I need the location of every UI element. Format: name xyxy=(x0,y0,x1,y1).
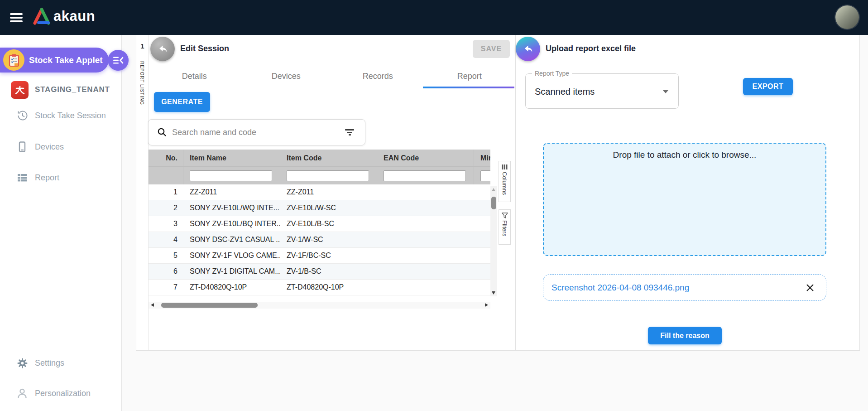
sidebar-item-stock-take-session[interactable]: Stock Take Session xyxy=(0,106,122,125)
cell-no: 4 xyxy=(149,236,183,244)
sidebar-item-devices[interactable]: Devices xyxy=(0,138,122,156)
table-row[interactable]: 1 ZZ-Z011 ZZ-Z011 xyxy=(149,184,490,200)
vertical-scrollbar[interactable] xyxy=(490,186,497,296)
sidebar-item-tenant[interactable]: STAGING_TENANT xyxy=(0,80,122,99)
back-arrow-icon xyxy=(522,44,534,54)
side-tab-label: Columns xyxy=(501,172,508,195)
upload-back-button[interactable] xyxy=(516,37,540,61)
sidebar-item-label: Personalization xyxy=(35,389,91,398)
horizontal-scrollbar-thumb[interactable] xyxy=(161,303,258,308)
scroll-left-arrow[interactable] xyxy=(151,303,154,307)
col-header-item-code[interactable]: Item Code xyxy=(280,150,377,166)
report-type-select[interactable]: Report Type Scanned items xyxy=(525,73,679,109)
menu-icon[interactable] xyxy=(10,13,23,22)
tab-devices[interactable]: Devices xyxy=(240,65,332,87)
cell-no: 5 xyxy=(149,251,183,260)
upload-title: Upload report excel file xyxy=(546,44,636,53)
uploaded-file-name[interactable]: Screenshot 2026-04-08 093446.png xyxy=(551,283,805,293)
panel-index: 1 xyxy=(136,42,149,50)
top-navbar: akaun xyxy=(0,0,868,35)
filter-input-item-name[interactable] xyxy=(190,170,272,181)
tab-records[interactable]: Records xyxy=(332,65,424,87)
col-header-item-name[interactable]: Item Name xyxy=(183,150,280,166)
side-tab-filters[interactable]: Filters xyxy=(499,209,511,245)
table-row[interactable]: 6 SONY ZV-1 DIGITAL CAM... ZV-1/B-SC xyxy=(149,264,490,280)
sidebar-item-label: Stock Take Session xyxy=(35,111,106,121)
table-row[interactable]: 7 ZT-D40820Q-10P ZT-D40820Q-10P xyxy=(149,280,490,295)
file-dropzone[interactable]: Drop file to attach or click to browse..… xyxy=(543,143,826,256)
scroll-up-arrow[interactable] xyxy=(492,188,495,191)
sidebar-item-report[interactable]: Report xyxy=(0,169,122,187)
tenant-label: STAGING_TENANT xyxy=(35,85,110,94)
filter-input-ean-code[interactable] xyxy=(384,170,466,181)
session-tabs: Details Devices Records Report xyxy=(149,65,515,87)
index-strip: 1 REPORT LISTING xyxy=(136,35,149,350)
back-button[interactable] xyxy=(150,37,175,61)
table-row[interactable]: 5 SONY ZV-1F VLOG CAME... ZV-1F/BC-SC xyxy=(149,248,490,264)
akaun-triangle-icon xyxy=(33,8,51,25)
applet-label: Stock Take Applet xyxy=(29,55,103,65)
cell-item-name: SONY ZV-E10L/BQ INTER... xyxy=(183,220,280,228)
cell-item-name: ZT-D40820Q-10P xyxy=(183,283,280,291)
funnel-icon xyxy=(502,213,508,218)
person-icon xyxy=(16,387,28,399)
sidebar-item-settings[interactable]: Settings xyxy=(0,354,122,372)
columns-icon xyxy=(502,164,508,170)
col-header-no[interactable]: No. xyxy=(149,150,183,166)
close-icon[interactable] xyxy=(805,283,815,293)
side-tab-columns[interactable]: Columns xyxy=(499,161,511,202)
table-row[interactable]: 3 SONY ZV-E10L/BQ INTER... ZV-E10L/B-SC xyxy=(149,216,490,232)
scroll-right-arrow[interactable] xyxy=(485,303,488,307)
vertical-scrollbar-thumb[interactable] xyxy=(491,197,496,209)
save-button[interactable]: SAVE xyxy=(473,40,510,58)
sidebar: Stock Take Applet STAGING_TENANT xyxy=(0,35,122,411)
collapse-sidebar-button[interactable] xyxy=(108,50,129,71)
search-icon xyxy=(157,127,168,138)
gear-icon xyxy=(16,357,28,369)
filter-input-mi[interactable] xyxy=(480,170,490,181)
user-avatar[interactable] xyxy=(835,5,859,29)
horizontal-scrollbar[interactable] xyxy=(149,302,490,309)
cell-item-code: ZT-D40820Q-10P xyxy=(280,283,377,291)
cell-item-name: SONY ZV-1 DIGITAL CAM... xyxy=(183,267,280,276)
cell-no: 7 xyxy=(149,283,183,291)
fill-reason-button[interactable]: Fill the reason xyxy=(648,327,722,344)
cell-item-code: ZZ-Z011 xyxy=(280,188,377,196)
tab-details[interactable]: Details xyxy=(149,65,240,87)
cell-item-code: ZV-E10L/B-SC xyxy=(280,220,377,228)
brand-logo: akaun xyxy=(33,8,95,25)
generate-button[interactable]: GENERATE xyxy=(154,92,210,112)
export-button[interactable]: EXPORT xyxy=(743,78,793,95)
chevron-down-icon xyxy=(663,90,668,93)
tab-report[interactable]: Report xyxy=(424,65,516,87)
col-header-mi[interactable]: Mir xyxy=(474,150,490,166)
filter-icon[interactable] xyxy=(345,129,354,135)
report-table: No. Item Name Item Code EAN Code Mir 1 Z… xyxy=(149,150,490,295)
sidebar-item-label: Devices xyxy=(35,142,64,152)
cell-item-name: SONY ZV-1F VLOG CAME... xyxy=(183,251,280,260)
search-input[interactable] xyxy=(172,128,345,137)
smartphone-icon xyxy=(16,141,28,153)
table-filter-row xyxy=(149,166,490,184)
collapse-icon xyxy=(113,56,124,65)
applet-pill[interactable]: Stock Take Applet xyxy=(0,48,109,73)
col-header-ean-code[interactable]: EAN Code xyxy=(377,150,474,166)
sidebar-item-personalization[interactable]: Personalization xyxy=(0,384,122,402)
filter-input-item-code[interactable] xyxy=(287,170,369,181)
table-row[interactable]: 4 SONY DSC-ZV1 CASUAL ... ZV-1/W-SC xyxy=(149,232,490,248)
cell-item-code: ZV-E10L/W-SC xyxy=(280,204,377,212)
side-tab-label: Filters xyxy=(501,220,508,236)
cell-item-code: ZV-1/B-SC xyxy=(280,267,377,276)
cell-no: 2 xyxy=(149,204,183,212)
panel-divider xyxy=(515,35,516,350)
cell-item-name: SONY DSC-ZV1 CASUAL ... xyxy=(183,236,280,244)
scroll-down-arrow[interactable] xyxy=(492,291,495,295)
cell-item-code: ZV-1F/BC-SC xyxy=(280,251,377,260)
brand-name: akaun xyxy=(53,8,95,24)
table-row[interactable]: 2 SONY ZV-E10L/WQ INTE... ZV-E10L/W-SC xyxy=(149,200,490,216)
table-header: No. Item Name Item Code EAN Code Mir xyxy=(149,150,490,166)
report-type-value: Scanned items xyxy=(535,74,595,109)
sidebar-item-label: Settings xyxy=(35,358,64,368)
cell-no: 6 xyxy=(149,267,183,276)
uploaded-file-chip: Screenshot 2026-04-08 093446.png xyxy=(543,274,826,301)
